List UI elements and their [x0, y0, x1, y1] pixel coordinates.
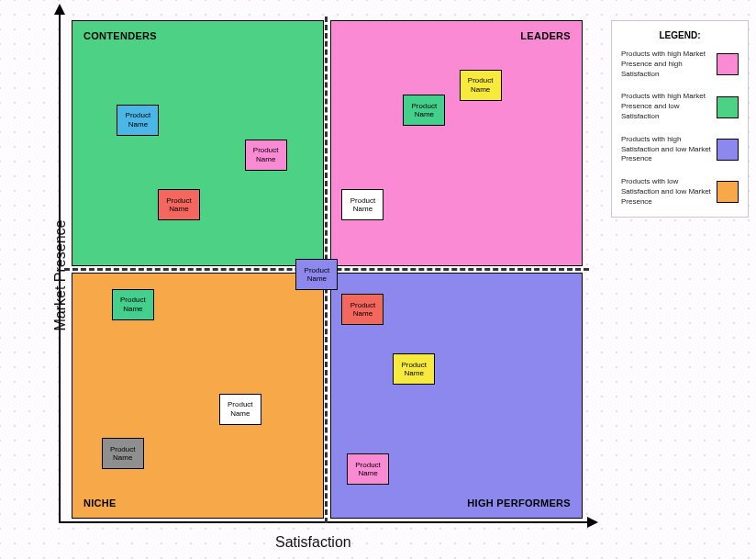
legend-swatch	[717, 181, 739, 203]
quadrant-label: HIGH PERFORMERS	[467, 498, 571, 509]
legend-item: Products with high Market Presence and l…	[621, 92, 739, 121]
quadrant-niche: NICHE	[72, 273, 324, 519]
legend-swatch	[717, 139, 739, 161]
legend-panel: LEGEND: Products with high Market Presen…	[611, 20, 749, 218]
legend-text: Products with high Market Presence and h…	[621, 50, 717, 79]
product-marker[interactable]: Product Name	[460, 70, 502, 101]
legend-item: Products with low Satisfaction and low M…	[621, 177, 739, 207]
y-axis-label: Market Presence	[52, 220, 69, 331]
legend-swatch	[717, 53, 739, 75]
legend-item: Products with high Market Presence and h…	[621, 50, 739, 79]
legend-text: Products with high Market Presence and l…	[621, 92, 717, 121]
legend-swatch	[717, 96, 739, 118]
product-marker[interactable]: Product Name	[102, 438, 144, 469]
quadrant-label: LEADERS	[520, 30, 571, 41]
product-marker[interactable]: Product Name	[347, 453, 389, 485]
quadrant-label: CONTENDERS	[83, 30, 157, 41]
chart-stage: Market Presence Satisfaction CONTENDERS …	[0, 0, 756, 559]
legend-item: Products with high Satisfaction and low …	[621, 135, 739, 164]
product-marker[interactable]: Product Name	[341, 294, 384, 325]
legend-title: LEGEND:	[621, 30, 739, 40]
legend-text: Products with low Satisfaction and low M…	[621, 177, 717, 207]
product-marker[interactable]: Product Name	[295, 259, 338, 290]
product-marker[interactable]: Product Name	[158, 189, 200, 220]
quadrant-leaders: LEADERS	[330, 20, 583, 266]
product-marker[interactable]: Product Name	[341, 189, 384, 220]
product-marker[interactable]: Product Name	[112, 289, 154, 320]
product-marker[interactable]: Product Name	[245, 140, 287, 171]
legend-text: Products with high Satisfaction and low …	[621, 135, 717, 164]
product-marker[interactable]: Product Name	[403, 95, 445, 126]
x-axis-arrow-icon	[587, 517, 598, 528]
x-axis-label: Satisfaction	[275, 534, 351, 551]
y-axis-arrow-icon	[54, 4, 65, 15]
product-marker[interactable]: Product Name	[219, 394, 261, 425]
quadrant-label: NICHE	[83, 498, 117, 509]
product-marker[interactable]: Product Name	[117, 105, 159, 136]
product-marker[interactable]: Product Name	[393, 353, 435, 385]
